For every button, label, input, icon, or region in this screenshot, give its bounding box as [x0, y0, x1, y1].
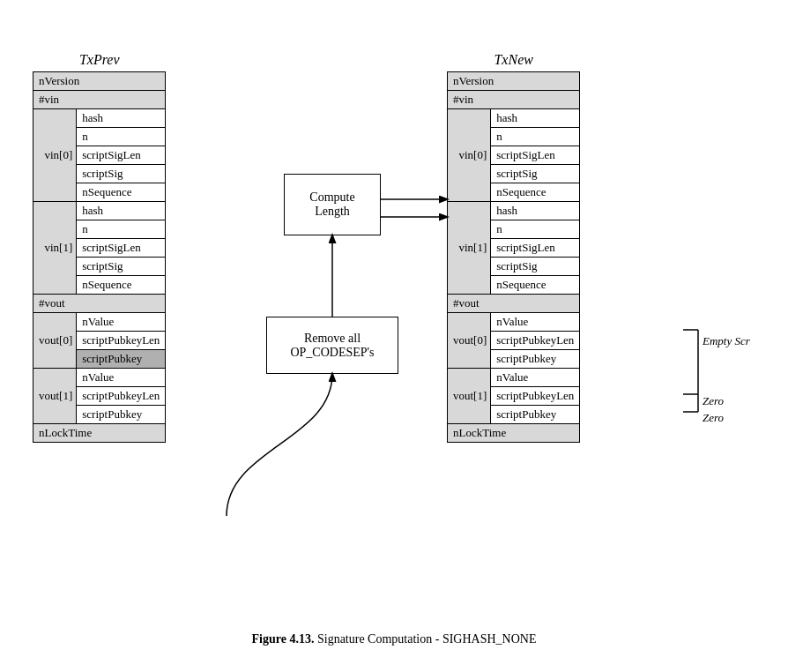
caption-text: Signature Computation - SIGHASH_NONE [314, 632, 536, 646]
txnew-table: nVersion#vinvin[0]hashnscriptSigLenscrip… [447, 71, 580, 443]
zero2-label: Zero [703, 411, 724, 425]
txprev-table: nVersion#vinvin[0]hashnscriptSigLenscrip… [33, 71, 166, 443]
compute-length-box: ComputeLength [284, 174, 381, 235]
txnew-title: TxNew [447, 52, 580, 68]
compute-length-label: ComputeLength [309, 190, 354, 219]
remove-codesep-box: Remove allOP_CODESEP's [266, 317, 398, 374]
remove-codesep-label: Remove allOP_CODESEP's [290, 332, 374, 360]
txprev-wrapper: TxPrev nVersion#vinvin[0]hashnscriptSigL… [33, 52, 166, 443]
zero1-label: Zero [703, 394, 724, 408]
arrow-scriptpubkey-to-remove [227, 374, 332, 516]
txprev-title: TxPrev [33, 52, 166, 68]
empty-scr-label: Empty Scr [703, 334, 750, 348]
diagram: TxPrev nVersion#vinvin[0]hashnscriptSigL… [15, 26, 773, 625]
figure-number: Figure 4.13. [252, 632, 315, 646]
figure-caption: Figure 4.13. Signature Computation - SIG… [252, 632, 537, 646]
txnew-wrapper: TxNew nVersion#vinvin[0]hashnscriptSigLe… [447, 52, 580, 443]
